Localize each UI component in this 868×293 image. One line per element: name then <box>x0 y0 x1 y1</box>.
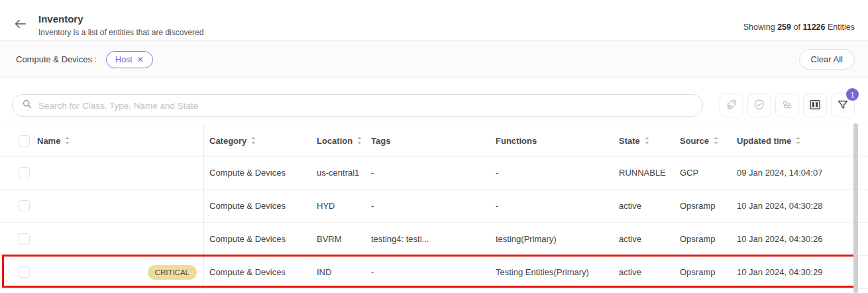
row-checkbox[interactable] <box>19 233 30 245</box>
state-cell: active <box>614 267 675 277</box>
category-cell: Compute & Devices <box>204 168 311 178</box>
showing-suffix: Entities <box>828 23 855 32</box>
row-checkbox[interactable] <box>19 200 30 211</box>
sort-icon <box>355 136 364 145</box>
column-label: Category <box>209 136 246 146</box>
filter-category-label: Compute & Devices : <box>16 54 97 64</box>
search-input[interactable] <box>38 101 693 111</box>
column-header-source[interactable]: Source <box>680 136 720 146</box>
functions-cell: Testing Entities(Primary) <box>490 267 614 277</box>
page-header: Inventory Inventory is a list of entitie… <box>0 0 868 41</box>
filter-button[interactable]: 1 <box>831 93 855 117</box>
table-header-row: Name Category Location Tags Functions St… <box>0 125 868 156</box>
column-header-category[interactable]: Category <box>209 136 258 146</box>
filter-chip-label: Host <box>115 55 133 64</box>
category-cell: Compute & Devices <box>204 201 311 211</box>
source-cell: Opsramp <box>675 234 732 244</box>
close-icon[interactable]: ✕ <box>137 56 144 64</box>
source-cell: GCP <box>675 168 732 178</box>
tags-cell: - <box>366 168 490 178</box>
table-row-highlighted[interactable]: CRITICAL Compute & Devices IND - Testing… <box>0 256 868 289</box>
column-label: Name <box>37 136 60 146</box>
toolbar: 1 <box>0 78 868 125</box>
sort-icon <box>712 136 720 145</box>
shield-check-icon <box>753 98 766 113</box>
updated-time-cell: 10 Jan 2024, 04:30:29 <box>732 267 868 277</box>
updated-time-cell: 10 Jan 2024, 04:30:28 <box>732 201 868 211</box>
showing-count: 259 <box>777 23 791 32</box>
column-header-name[interactable]: Name <box>37 136 72 146</box>
critical-status-badge: CRITICAL <box>148 265 197 280</box>
columns-button[interactable] <box>803 93 827 117</box>
tags-cell: - <box>366 267 490 277</box>
sort-icon <box>63 136 72 145</box>
category-cell: Compute & Devices <box>204 234 311 244</box>
state-cell: RUNNABLE <box>614 168 675 178</box>
column-header-location[interactable]: Location <box>317 136 364 146</box>
relationship-icon <box>781 98 794 113</box>
column-header-state[interactable]: State <box>619 136 651 146</box>
showing-prefix: Showing <box>743 23 775 32</box>
location-cell: BVRM <box>311 234 366 244</box>
filter-count-badge: 1 <box>846 88 859 101</box>
updated-time-cell: 09 Jan 2024, 14:04:07 <box>732 168 868 178</box>
back-button[interactable] <box>12 16 29 33</box>
filter-icon <box>836 98 849 113</box>
table-row[interactable]: Compute & Devices us-central1 - - RUNNAB… <box>0 156 868 190</box>
state-cell: active <box>614 234 675 244</box>
source-cell: Opsramp <box>675 267 732 277</box>
sort-icon <box>249 136 258 145</box>
location-cell: IND <box>311 267 366 277</box>
relationship-button[interactable] <box>775 93 799 117</box>
showing-total: 11226 <box>802 23 825 32</box>
row-checkbox[interactable] <box>19 167 30 178</box>
column-label: Tags <box>371 136 390 146</box>
entity-count-summary: Showing 259 of 11226 Entities <box>743 23 855 32</box>
tags-cell: testing4: testi... <box>366 234 490 244</box>
vertical-scrollbar[interactable] <box>853 123 858 293</box>
column-label: Location <box>317 136 353 146</box>
functions-cell: - <box>490 168 614 178</box>
showing-of: of <box>794 23 800 32</box>
shield-check-button[interactable] <box>747 93 771 117</box>
functions-cell: testing(Primary) <box>490 234 614 244</box>
source-cell: Opsramp <box>675 201 732 211</box>
search-box <box>12 94 703 117</box>
table-row[interactable]: Compute & Devices BVRM testing4: testi..… <box>0 223 868 256</box>
column-label: Updated time <box>737 136 791 146</box>
active-filters-bar: Compute & Devices : Host ✕ Clear All <box>0 41 868 78</box>
page-subtitle: Inventory is a list of entities that are… <box>38 28 203 37</box>
column-label: Functions <box>496 136 537 146</box>
updated-time-cell: 10 Jan 2024, 04:30:26 <box>732 234 868 244</box>
column-label: Source <box>680 136 709 146</box>
tags-cell: - <box>366 201 490 211</box>
columns-icon <box>808 98 822 113</box>
sort-icon <box>794 136 802 145</box>
row-checkbox[interactable] <box>19 266 30 278</box>
column-header-updated-time[interactable]: Updated time <box>737 136 802 146</box>
location-cell: us-central1 <box>311 168 366 178</box>
table-row[interactable]: Compute & Devices HYD - - active Opsramp… <box>0 190 868 223</box>
search-icon <box>22 99 38 112</box>
sort-icon <box>643 136 651 145</box>
page-title: Inventory <box>38 13 203 25</box>
column-label: State <box>619 136 640 146</box>
title-block: Inventory Inventory is a list of entitie… <box>38 13 203 37</box>
column-header-tags[interactable]: Tags <box>371 136 390 146</box>
category-cell: Compute & Devices <box>204 267 311 277</box>
column-header-functions[interactable]: Functions <box>496 136 537 146</box>
add-tag-icon <box>725 98 738 113</box>
state-cell: active <box>614 201 675 211</box>
location-cell: HYD <box>311 201 366 211</box>
inventory-page: Inventory Inventory is a list of entitie… <box>0 0 868 293</box>
select-all-checkbox[interactable] <box>19 135 30 146</box>
filter-chip-host[interactable]: Host ✕ <box>106 51 153 68</box>
add-tag-button[interactable] <box>720 93 743 117</box>
back-arrow-icon <box>13 17 28 33</box>
functions-cell: - <box>490 201 614 211</box>
clear-all-button[interactable]: Clear All <box>799 49 855 70</box>
